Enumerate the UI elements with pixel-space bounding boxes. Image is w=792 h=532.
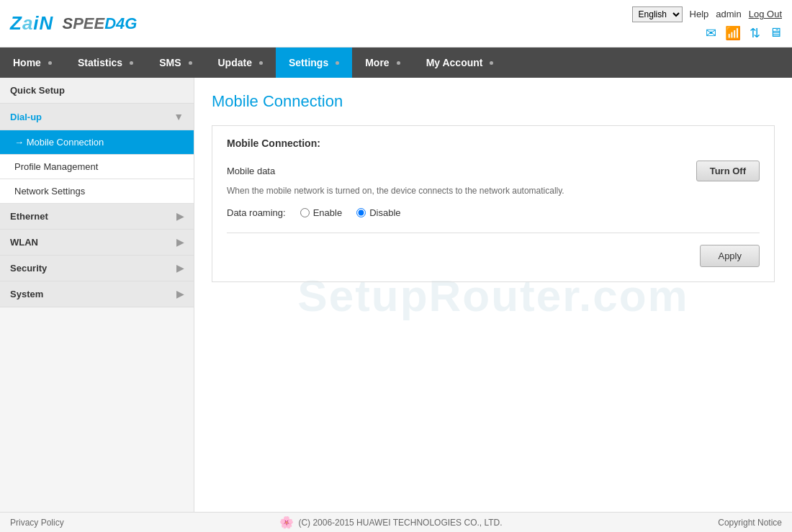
header-top-links: English Help admin Log Out	[632, 6, 782, 22]
page-title: Mobile Connection	[212, 92, 775, 111]
sidebar-mobile-connection[interactable]: Mobile Connection	[0, 130, 194, 155]
huawei-logo-icon: 🌸	[279, 515, 294, 529]
system-arrow-icon: ▶	[176, 289, 184, 299]
screen-icon: 🖥	[769, 25, 782, 40]
language-select[interactable]: English	[632, 6, 683, 22]
help-link[interactable]: Help	[690, 9, 709, 19]
dialup-arrow-icon: ▼	[174, 111, 184, 122]
ethernet-arrow-icon: ▶	[176, 211, 184, 222]
header-icons: ✉ 📶 ⇅ 🖥	[706, 25, 782, 41]
content-area: SetupRouter.com Mobile Connection Mobile…	[194, 78, 792, 512]
info-text: When the mobile network is turned on, th…	[227, 186, 760, 196]
sidebar-system[interactable]: System ▶	[0, 281, 194, 307]
sidebar-wlan[interactable]: WLAN ▶	[0, 230, 194, 256]
logo-4g: 4G	[116, 14, 137, 33]
content-inner: Mobile Connection Mobile Connection: Mob…	[212, 92, 775, 282]
nav-statistics[interactable]: Statistics	[65, 48, 146, 78]
header: ZaiN SPEED 4G English Help admin Log Out…	[0, 0, 792, 48]
disable-radio[interactable]	[356, 208, 366, 217]
sidebar-dialup-header[interactable]: Dial-up ▼	[0, 104, 194, 130]
nav-update[interactable]: Update	[205, 48, 276, 78]
footer-center: 🌸 (C) 2006-2015 HUAWEI TECHNOLOGIES CO.,…	[279, 515, 502, 529]
sidebar: Quick Setup Dial-up ▼ Mobile Connection …	[0, 78, 194, 512]
apply-button[interactable]: Apply	[700, 245, 760, 267]
nav-sms[interactable]: SMS	[146, 48, 204, 78]
logo: ZaiN SPEED 4G	[10, 12, 137, 35]
roaming-label: Data roaming:	[227, 207, 286, 218]
wlan-arrow-icon: ▶	[176, 237, 184, 248]
nav-bar: Home Statistics SMS Update Settings More…	[0, 48, 792, 78]
copyright-notice-link[interactable]: Copyright Notice	[718, 518, 782, 528]
header-right: English Help admin Log Out ✉ 📶 ⇅ 🖥	[632, 6, 782, 41]
section-title: Mobile Connection:	[227, 137, 760, 149]
copyright-text: (C) 2006-2015 HUAWEI TECHNOLOGIES CO., L…	[298, 518, 502, 528]
footer: Privacy Policy 🌸 (C) 2006-2015 HUAWEI TE…	[0, 512, 792, 532]
mobile-data-row: Mobile data Turn Off	[227, 161, 760, 181]
sidebar-network-settings[interactable]: Network Settings	[0, 179, 194, 204]
apply-row: Apply	[227, 245, 760, 267]
nav-settings[interactable]: Settings	[276, 48, 352, 78]
security-arrow-icon: ▶	[176, 263, 184, 274]
admin-label: admin	[716, 9, 741, 19]
sidebar-profile-management[interactable]: Profile Management	[0, 155, 194, 179]
mobile-data-label: Mobile data	[227, 166, 275, 176]
sidebar-quick-setup[interactable]: Quick Setup	[0, 78, 194, 104]
nav-more[interactable]: More	[352, 48, 413, 78]
nav-home[interactable]: Home	[0, 48, 65, 78]
enable-option[interactable]: Enable	[300, 207, 342, 218]
privacy-link[interactable]: Privacy Policy	[10, 518, 64, 528]
nav-my-account[interactable]: My Account	[413, 48, 507, 78]
disable-label: Disable	[369, 207, 400, 218]
divider	[227, 233, 760, 233]
sidebar-ethernet[interactable]: Ethernet ▶	[0, 204, 194, 230]
turn-off-button[interactable]: Turn Off	[696, 161, 760, 181]
signal-icon: 📶	[725, 25, 741, 41]
main-layout: Quick Setup Dial-up ▼ Mobile Connection …	[0, 78, 792, 512]
enable-label: Enable	[313, 207, 342, 218]
logo-zain: ZaiN	[10, 12, 53, 35]
enable-radio[interactable]	[300, 208, 310, 217]
sidebar-security[interactable]: Security ▶	[0, 256, 194, 281]
disable-option[interactable]: Disable	[356, 207, 400, 218]
roaming-row: Data roaming: Enable Disable	[227, 207, 760, 218]
mail-icon[interactable]: ✉	[706, 25, 716, 41]
logout-link[interactable]: Log Out	[749, 9, 782, 19]
transfer-icon: ⇅	[750, 25, 760, 41]
logo-speed: SPEED	[58, 14, 116, 33]
content-box: Mobile Connection: Mobile data Turn Off …	[212, 125, 775, 282]
